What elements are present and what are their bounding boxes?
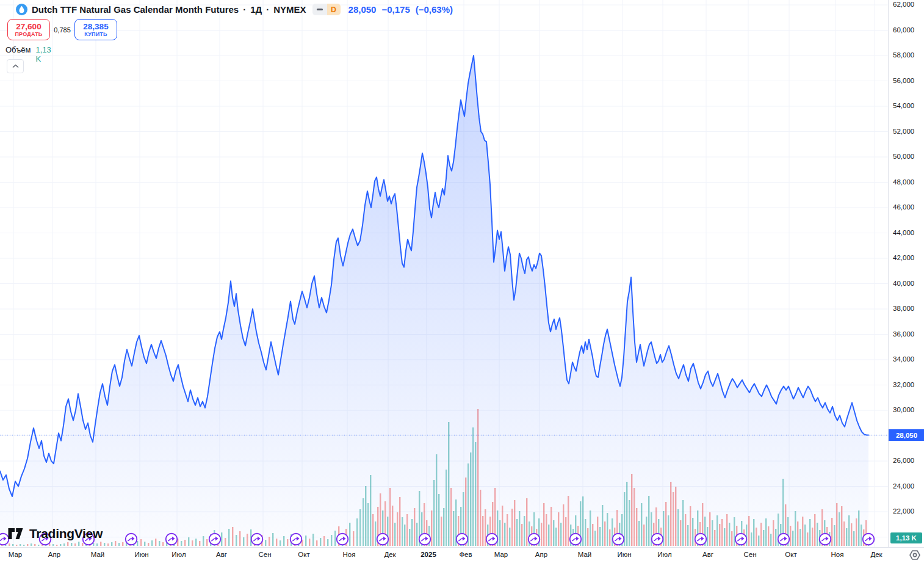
price-axis-label: 62,000 [893,1,914,8]
contract-rollover-icon[interactable] [485,532,499,546]
contract-rollover-icon[interactable] [376,532,389,546]
time-axis-label: Июл [164,551,193,558]
time-axis-label: Июн [127,551,156,558]
time-axis-label: Июн [610,551,639,558]
time-axis-label: Окт [289,551,319,558]
contract-rollover-icon[interactable] [818,532,832,546]
title-separator: · [243,4,246,15]
symbol-title-row: Dutch TTF Natural Gas Calendar Month Fut… [16,4,453,15]
price-axis-label: 42,000 [893,254,914,261]
contract-rollover-icon[interactable] [694,532,707,546]
buy-price: 28,385 [83,22,108,32]
buy-button[interactable]: 28,385 КУПИТЬ [74,19,117,40]
tradingview-logo-icon [7,526,24,541]
symbol-logo-icon [16,4,27,15]
price-info: 28,050 −0,175 (−0,63%) [348,4,453,15]
contract-rollover-icon[interactable] [125,532,138,546]
tradingview-watermark-text: TradingView [29,526,103,541]
symbol-title[interactable]: Dutch TTF Natural Gas Calendar Month Fut… [32,4,239,15]
price-axis-label: 26,000 [893,457,914,464]
sell-button[interactable]: 27,600 ПРОДАТЬ [7,19,50,40]
time-axis-label: Июл [650,551,679,558]
time-axis-label: Сен [735,551,765,558]
time-axis-label: Май [83,551,112,558]
interval-label[interactable]: 1Д [250,4,262,15]
price-axis-label: 48,000 [893,178,914,186]
price-axis-label: 60,000 [893,26,914,34]
time-axis-label: Сен [250,551,280,558]
time-axis-label: Авг [207,551,236,558]
exchange-label[interactable]: NYMEX [273,4,306,15]
contract-rollover-icon[interactable] [651,532,664,546]
volume-value: 1,13 K [35,45,51,64]
contract-rollover-icon[interactable] [289,532,303,546]
time-axis-label: Апр [527,551,556,558]
contract-rollover-icon[interactable] [455,532,469,546]
contract-rollover-icon[interactable] [165,532,178,546]
minus-icon [312,4,327,15]
trade-panel: 27,600 ПРОДАТЬ 0,785 28,385 КУПИТЬ [7,19,117,40]
scale-settings-icon [909,550,921,561]
buy-label: КУПИТЬ [84,31,107,37]
last-price-badge: 28,050 [889,429,924,441]
contract-rollover-icon[interactable] [777,532,790,546]
price-axis-label: 40,000 [893,280,914,287]
time-axis-label: Ноя [334,551,364,558]
tradingview-watermark: TradingView [7,526,103,541]
spread-value: 0,785 [50,26,74,34]
daily-interval-letter: D [327,4,341,15]
interval-badge[interactable]: D [312,4,341,15]
scale-settings-button[interactable] [908,549,922,561]
time-scale[interactable]: МарАпрМайИюнИюлАвгСенОктНояДек2025ФевМар… [0,547,924,563]
price-axis-label: 56,000 [893,77,914,84]
contract-rollover-icon[interactable] [612,532,625,546]
price-axis-label: 22,000 [893,507,914,515]
contract-rollover-icon[interactable] [527,532,541,546]
time-axis-label: Дек [375,551,405,558]
sell-price: 27,600 [16,22,41,32]
price-axis-label: 34,000 [893,355,914,363]
price-axis-label: 30,000 [893,406,914,413]
price-axis-label: 36,000 [893,330,914,338]
time-axis-label: 2025 [414,551,443,558]
price-area-fill [0,56,868,547]
last-price-value: 28,050 [348,4,377,15]
price-chart-canvas[interactable] [0,0,888,547]
time-axis-label: Мар [486,551,516,558]
price-axis-label: 50,000 [893,153,914,160]
time-axis-label: Дек [862,551,891,558]
price-change: −0,175 [381,4,410,15]
time-axis-label: Фев [451,551,480,558]
contract-rollover-icon[interactable] [569,532,582,546]
price-axis-label: 24,000 [893,482,914,490]
contract-rollover-icon[interactable] [862,532,875,546]
price-axis-label: 52,000 [893,128,914,135]
time-axis-label: Авг [693,551,723,558]
price-axis-label: 32,000 [893,381,914,388]
contract-rollover-icon[interactable] [208,532,222,546]
trading-chart-app: TradingView 62,00060,00058,00056,00054,0… [0,0,924,563]
price-axis-label: 38,000 [893,305,914,312]
price-scale[interactable]: 62,00060,00058,00056,00054,00052,00050,0… [888,0,924,563]
time-axis-label: Мар [1,551,30,558]
contract-rollover-icon[interactable] [336,532,349,546]
price-axis-label: 58,000 [893,51,914,59]
time-axis-label: Апр [40,551,69,558]
price-axis-label: 46,000 [893,203,914,211]
chevron-up-icon [12,64,19,68]
contract-rollover-icon[interactable] [418,532,431,546]
time-axis-label: Май [570,551,599,558]
time-axis-label: Ноя [823,551,852,558]
title-separator: · [266,4,269,15]
contract-rollover-icon[interactable] [734,532,748,546]
collapse-legend-button[interactable] [7,59,24,73]
price-axis-label: 44,000 [893,229,914,236]
volume-value-badge: 1,13 K [890,532,922,543]
time-axis-label: Окт [776,551,806,558]
sell-label: ПРОДАТЬ [15,31,42,37]
price-axis-label: 54,000 [893,102,914,109]
price-change-percent: (−0,63%) [416,4,453,15]
contract-rollover-icon[interactable] [250,532,264,546]
